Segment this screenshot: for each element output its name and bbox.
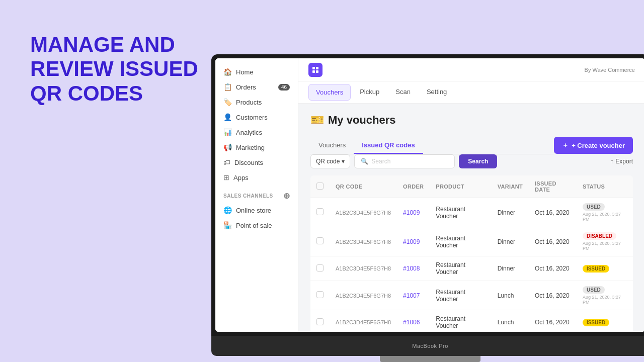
qr-code-value: A1B2C3D4E5F6G7H8: [336, 239, 391, 245]
status-cell: USED Aug 21, 2020, 3:27 PM: [577, 281, 633, 310]
search-input-box[interactable]: 🔍 Search: [354, 154, 455, 168]
row-checkbox[interactable]: [316, 237, 324, 244]
th-issued-date: ISSUED DATE: [529, 175, 577, 198]
header-by-label: By Wave Commerce: [585, 67, 635, 73]
order-cell[interactable]: #1008: [397, 256, 430, 281]
sidebar-item-label: Analytics: [236, 129, 262, 136]
export-icon: ↑: [610, 158, 613, 165]
sidebar-item-products[interactable]: 🏷️ Products: [215, 95, 298, 110]
qr-code-value: A1B2C3D4E5F6G7H8: [336, 265, 391, 272]
order-cell[interactable]: #1006: [397, 310, 430, 332]
sidebar-item-discounts[interactable]: 🏷 Discounts: [215, 155, 298, 170]
status-label: USED: [583, 286, 605, 294]
status-cell: ISSUED: [577, 256, 633, 281]
row-checkbox[interactable]: [316, 208, 324, 215]
qr-code-cell: A1B2C3D4E5F6G7H8: [330, 198, 397, 227]
sales-channels-label: SALES CHANNELS ⊕: [215, 185, 298, 203]
status-label: USED: [583, 203, 605, 211]
online-store-icon: 🌐: [223, 206, 232, 214]
create-voucher-button[interactable]: ＋ + Create voucher: [554, 137, 633, 154]
sidebar-item-home[interactable]: 🏠 Home: [215, 64, 298, 79]
qr-code-cell: A1B2C3D4E5F6G7H8: [330, 281, 397, 310]
th-product: PRODUCT: [430, 175, 491, 198]
svg-rect-3: [316, 70, 318, 73]
status-cell: USED Aug 21, 2020, 3:27 PM: [577, 198, 633, 227]
table-row: A1B2C3D4E5F6G7H8 #1009 Restaurant Vouche…: [310, 227, 633, 256]
table-row: A1B2C3D4E5F6G7H8 #1009 Restaurant Vouche…: [310, 198, 633, 227]
th-order: ORDER: [397, 175, 430, 198]
sidebar-item-label: Home: [236, 68, 254, 76]
qr-codes-table: QR CODE ORDER PRODUCT VARIANT ISSUED DAT…: [310, 175, 633, 332]
sub-tab-issued-qr-codes[interactable]: Issued QR codes: [354, 137, 423, 154]
search-button[interactable]: Search: [459, 154, 497, 168]
export-label: Export: [615, 158, 633, 165]
toolbar-left: QR code ▾ 🔍 Search Search: [310, 154, 497, 168]
sidebar-item-apps[interactable]: ⊞ Apps: [215, 170, 298, 185]
sidebar-item-label: Products: [236, 99, 262, 106]
sidebar-item-analytics[interactable]: 📊 Analytics: [215, 125, 298, 140]
sidebar-item-online-store[interactable]: 🌐 Online store: [215, 203, 298, 218]
header-checkbox[interactable]: [316, 183, 324, 190]
qr-code-value: A1B2C3D4E5F6G7H8: [336, 210, 391, 216]
sidebar-item-point-of-sale[interactable]: 🏪 Point of sale: [215, 218, 298, 233]
sidebar-item-label: Orders: [236, 83, 256, 91]
svg-rect-2: [312, 70, 315, 73]
filter-chevron-icon: ▾: [342, 158, 345, 165]
status-badge: ISSUED: [583, 319, 609, 326]
macbook-label: MacBook Pro: [412, 343, 448, 349]
th-variant: VARIANT: [492, 175, 529, 198]
issued-date-cell: Oct 16, 2020: [529, 227, 577, 256]
order-cell[interactable]: #1009: [397, 198, 430, 227]
sidebar-item-marketing[interactable]: 📢 Marketing: [215, 140, 298, 155]
status-date: Aug 21, 2020, 3:27 PM: [583, 212, 627, 222]
row-checkbox[interactable]: [316, 291, 324, 298]
filter-label: QR code: [316, 158, 340, 165]
macbook-frame: 🏠 Home 📋 Orders 46 🏷️ Products 👤 Custome…: [211, 54, 644, 356]
variant-cell: Dinner: [492, 227, 529, 256]
sidebar-item-customers[interactable]: 👤 Customers: [215, 110, 298, 125]
row-checkbox[interactable]: [316, 318, 324, 325]
order-cell[interactable]: #1009: [397, 227, 430, 256]
order-cell[interactable]: #1007: [397, 281, 430, 310]
discounts-icon: 🏷: [223, 158, 230, 166]
status-label: ISSUED: [583, 265, 609, 273]
export-button[interactable]: ↑ Export: [610, 158, 633, 165]
sidebar-item-label: Online store: [236, 207, 271, 214]
issued-date-cell: Oct 16, 2020: [529, 198, 577, 227]
th-qr-code: QR CODE: [330, 175, 397, 198]
qr-code-cell: A1B2C3D4E5F6G7H8: [330, 256, 397, 281]
sidebar: 🏠 Home 📋 Orders 46 🏷️ Products 👤 Custome…: [215, 58, 298, 332]
tab-setting[interactable]: Setting: [420, 84, 454, 101]
variant-cell: Dinner: [492, 198, 529, 227]
sidebar-item-label: Point of sale: [236, 222, 272, 229]
tab-pickup[interactable]: Pickup: [353, 84, 386, 101]
apps-icon: ⊞: [223, 173, 229, 182]
status-cell: DISABLED Aug 21, 2020, 3:27 PM: [577, 227, 633, 256]
issued-date-cell: Oct 16, 2020: [529, 310, 577, 332]
status-badge: ISSUED: [583, 265, 609, 273]
tab-scan[interactable]: Scan: [388, 84, 418, 101]
screen-content: 🏠 Home 📋 Orders 46 🏷️ Products 👤 Custome…: [215, 58, 644, 332]
hero-section: MANAGE AND REVIEW ISSUED QR CODES: [30, 33, 201, 106]
analytics-icon: 📊: [223, 128, 232, 136]
page-title: 🎫 My vouchers: [310, 114, 633, 127]
add-channel-icon[interactable]: ⊕: [283, 191, 290, 201]
tab-vouchers[interactable]: Vouchers: [308, 84, 351, 101]
status-label: DISABLED: [583, 232, 616, 240]
page-content: 🎫 My vouchers VouchersIssued QR codes ＋ …: [298, 104, 644, 332]
row-checkbox[interactable]: [316, 264, 324, 272]
status-date: Aug 21, 2020, 3:27 PM: [583, 295, 627, 305]
marketing-icon: 📢: [223, 143, 232, 151]
create-btn-label: + Create voucher: [572, 142, 625, 149]
sidebar-item-orders[interactable]: 📋 Orders 46: [215, 79, 298, 95]
main-content: By Wave Commerce VouchersPickupScanSetti…: [298, 58, 644, 332]
table-row: A1B2C3D4E5F6G7H8 #1007 Restaurant Vouche…: [310, 281, 633, 310]
sub-tab-vouchers[interactable]: Vouchers: [310, 137, 354, 154]
status-badge: DISABLED Aug 21, 2020, 3:27 PM: [583, 232, 627, 251]
qr-filter-select[interactable]: QR code ▾: [310, 154, 350, 168]
row-checkbox-cell: [310, 310, 330, 332]
th-status: STATUS: [577, 175, 633, 198]
search-placeholder: Search: [371, 158, 390, 165]
row-checkbox-cell: [310, 198, 330, 227]
qr-code-cell: A1B2C3D4E5F6G7H8: [330, 310, 397, 332]
